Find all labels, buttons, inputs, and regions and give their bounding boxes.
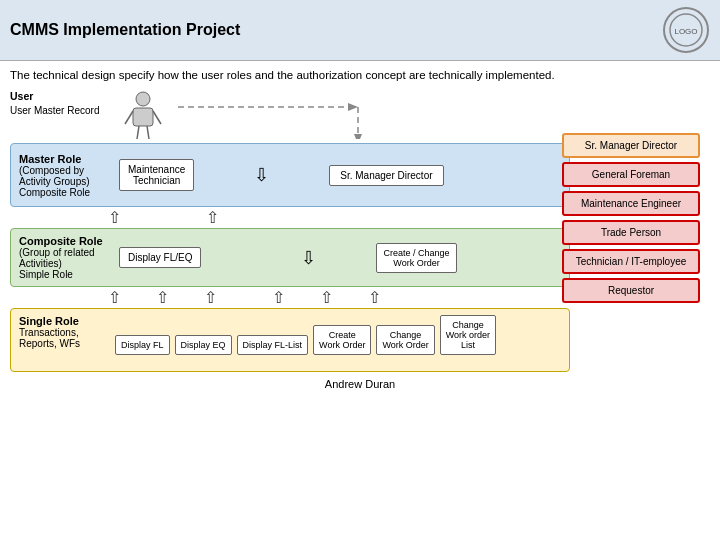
master-role-desc1: (Composed by [19,165,109,176]
create-change-box: Create / ChangeWork Order [376,243,456,273]
change-wo-box: ChangeWork Order [376,325,434,355]
composite-arrow-down: ⇩ [301,247,316,269]
up-arrows-row-2: ⇧ ⇧ ⇧ ⇧ ⇧ ⇧ [10,288,570,307]
sidebar-box-requestor: Requestor [562,278,700,303]
sidebar-box-sr-manager: Sr. Manager Director [562,133,700,158]
up-arrow-2: ⇧ [206,208,219,227]
single-role-desc1: Transactions, [19,327,109,338]
up-arrow-8: ⇧ [368,288,381,307]
composite-role-desc1: (Group of related [19,247,109,258]
sr-manager-label: Sr. Manager Director [340,170,432,181]
display-fleq-label: Display FL/EQ [128,252,192,263]
svg-line-7 [137,126,139,139]
display-eq-box: Display EQ [175,335,232,355]
up-arrow-3: ⇧ [108,288,121,307]
main-wrapper: Sr. Manager Director General Foreman Mai… [10,89,710,372]
page-title: CMMS Implementation Project [10,21,240,39]
composite-arrow-area: ⇩ [301,247,316,269]
footer: Andrew Duran [10,378,710,390]
user-label: User [10,90,33,102]
svg-text:LOGO: LOGO [674,27,697,36]
right-sidebar: Sr. Manager Director General Foreman Mai… [562,133,700,303]
display-fl-list-box: Display FL-List [237,335,309,355]
svg-rect-4 [133,108,153,126]
up-arrows-row: ⇧ ⇧ [10,208,570,227]
sidebar-box-technician: Technician / IT-employee [562,249,700,274]
composite-middle: Display FL/EQ ⇩ Create / ChangeWork Orde… [119,243,561,273]
master-role-desc2: Activity Groups) [19,176,109,187]
footer-author: Andrew Duran [325,378,395,390]
header: CMMS Implementation Project LOGO [0,0,720,61]
svg-line-8 [147,126,149,139]
subtitle-text: The technical design specify how the use… [10,69,710,81]
layers-column: User User Master Record [10,89,570,372]
svg-line-5 [125,111,133,124]
svg-point-3 [136,92,150,106]
single-role-layer: Single Role Transactions, Reports, WFs D… [10,308,570,372]
master-role-layer: Master Role (Composed by Activity Groups… [10,143,570,207]
master-role-desc3: Composite Role [19,187,109,198]
change-wo-list-box: ChangeWork orderList [440,315,496,355]
single-role-label: Single Role Transactions, Reports, WFs [19,315,109,349]
create-wo-box: CreateWork Order [313,325,371,355]
logo-icon: LOGO [662,6,710,54]
svg-line-6 [153,111,161,124]
master-role-label: Master Role (Composed by Activity Groups… [19,153,109,198]
composite-role-desc2: Activities) [19,258,109,269]
single-role-title: Single Role [19,315,109,327]
user-info: User User Master Record [10,89,99,118]
composite-role-layer: Composite Role (Group of related Activit… [10,228,570,287]
dashed-arrow [178,99,378,139]
up-arrow-7: ⇧ [320,288,333,307]
person-figure [115,89,170,141]
display-fleq-box: Display FL/EQ [119,247,201,268]
up-arrow-1: ⇧ [108,208,121,227]
composite-role-title: Composite Role [19,235,109,247]
composite-role-desc3: Simple Role [19,269,109,280]
arrow-down-icon: ⇩ [254,164,269,186]
single-role-desc2: Reports, WFs [19,338,109,349]
svg-marker-10 [348,103,358,111]
single-role-boxes: Display FL Display EQ Display FL-List Cr… [115,315,496,355]
sr-manager-box: Sr. Manager Director [329,165,443,186]
main-content: The technical design specify how the use… [0,61,720,398]
sidebar-box-general-foreman: General Foreman [562,162,700,187]
master-role-title: Master Role [19,153,109,165]
sidebar-box-maintenance-engineer: Maintenance Engineer [562,191,700,216]
user-sublabel: User Master Record [10,105,99,116]
composite-role-label: Composite Role (Group of related Activit… [19,235,109,280]
up-arrow-5: ⇧ [204,288,217,307]
up-arrow-4: ⇧ [156,288,169,307]
display-fl-box: Display FL [115,335,170,355]
svg-marker-12 [354,134,362,139]
sidebar-box-trade-person: Trade Person [562,220,700,245]
user-section: User User Master Record [10,89,570,139]
maintenance-technician-box: MaintenanceTechnician [119,159,194,191]
arrow-area: ⇩ [254,164,269,186]
up-arrow-6: ⇧ [272,288,285,307]
master-middle: MaintenanceTechnician ⇩ Sr. Manager Dire… [119,159,561,191]
